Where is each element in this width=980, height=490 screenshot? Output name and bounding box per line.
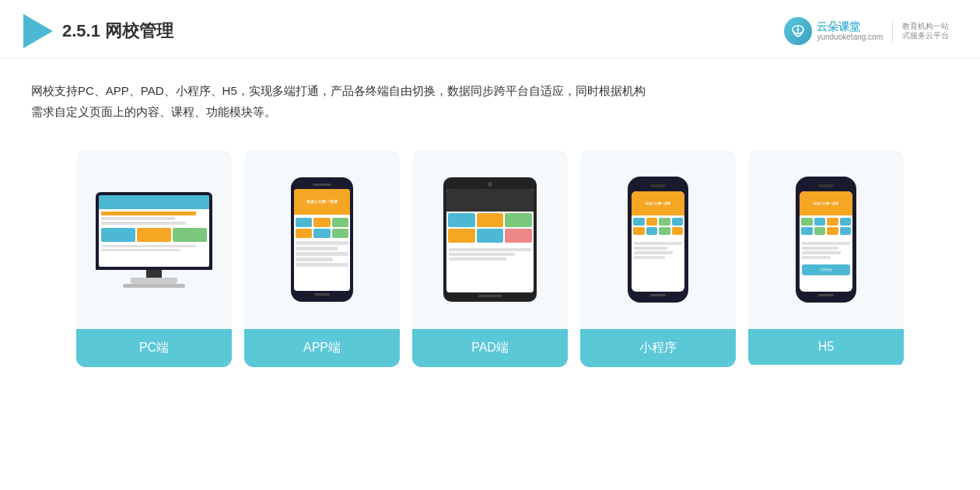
- brand-logo: 云朵课堂 yunduoketang.com: [784, 17, 883, 45]
- card-pc: PC端: [76, 150, 232, 367]
- miniprogram-device-mockup: 轻进人们第一堂课: [628, 177, 688, 303]
- card-pad-image: [412, 150, 568, 329]
- pc-device-mockup: [96, 192, 212, 288]
- brand-text: 云朵课堂 yunduoketang.com: [817, 20, 883, 43]
- card-app-image: 轻进人们第一堂课: [244, 150, 400, 329]
- page-header: 2.5.1 网校管理 云朵课堂 yunduoketang.com 教育机构一站 …: [0, 0, 980, 58]
- header-right: 云朵课堂 yunduoketang.com 教育机构一站 式服务云平台: [784, 17, 949, 45]
- card-app: 轻进人们第一堂课: [244, 150, 400, 367]
- card-h5-image: 轻进人们第一堂课: [748, 150, 904, 329]
- card-app-label: APP端: [244, 329, 400, 367]
- card-h5: 轻进人们第一堂课: [748, 150, 904, 367]
- card-pad: PAD端: [412, 150, 568, 367]
- card-pc-label: PC端: [76, 329, 232, 367]
- pad-device-mockup: [443, 177, 537, 302]
- header-divider: [892, 20, 893, 42]
- header-left: 2.5.1 网校管理: [23, 14, 173, 48]
- card-miniprogram-label: 小程序: [580, 329, 736, 367]
- h5-device-mockup: 轻进人们第一堂课: [796, 177, 856, 303]
- card-pad-label: PAD端: [412, 329, 568, 367]
- card-miniprogram-image: 轻进人们第一堂课: [580, 150, 736, 329]
- card-miniprogram: 轻进人们第一堂课: [580, 150, 736, 367]
- page-title: 2.5.1 网校管理: [62, 19, 173, 43]
- card-pc-image: [76, 150, 232, 329]
- description-section: 网校支持PC、APP、PAD、小程序、H5，实现多端打通，产品各终端自由切换，数…: [0, 58, 980, 135]
- card-h5-label: H5: [748, 329, 904, 365]
- brand-slogan: 教育机构一站 式服务云平台: [902, 22, 949, 40]
- svg-point-1: [797, 29, 800, 31]
- description-line1: 网校支持PC、APP、PAD、小程序、H5，实现多端打通，产品各终端自由切换，数…: [31, 80, 949, 101]
- description-line2: 需求自定义页面上的内容、课程、功能模块等。: [31, 101, 949, 122]
- brand-icon: [784, 17, 812, 45]
- platform-cards: PC端 轻进人们第一堂课: [0, 135, 980, 390]
- logo-triangle-icon: [23, 14, 53, 48]
- app-device-mockup: 轻进人们第一堂课: [291, 177, 353, 302]
